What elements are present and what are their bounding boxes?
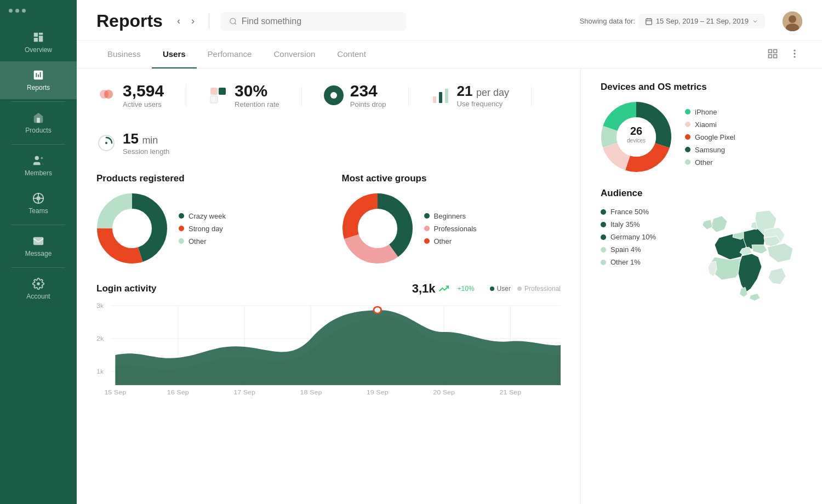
legend-other-devices: Other	[685, 158, 735, 167]
calendar-icon	[645, 18, 653, 25]
charts-row: Products registered Crazy week Strong da…	[96, 173, 561, 264]
stat-active-users: 3,594 Active users	[96, 82, 164, 108]
svg-text:20 Sep: 20 Sep	[433, 389, 455, 396]
legend-france: France 50%	[601, 208, 672, 216]
svg-text:18 Sep: 18 Sep	[300, 389, 322, 396]
svg-rect-33	[445, 89, 448, 103]
account-icon	[32, 278, 44, 290]
sidebar: Overview Reports Products Members	[0, 0, 77, 504]
sidebar-item-teams[interactable]: Teams	[0, 185, 77, 222]
layout-toggle-button[interactable]	[765, 46, 780, 63]
nav-back-button[interactable]: ‹	[174, 13, 184, 29]
products-registered-title: Products registered	[96, 173, 316, 184]
sidebar-divider-3	[12, 225, 65, 225]
sidebar-item-reports[interactable]: Reports	[0, 61, 77, 99]
svg-line-11	[235, 22, 236, 24]
legend-other-groups: Other	[424, 237, 477, 245]
header: Reports ‹ › Showing data for: 15 Sep, 20…	[77, 0, 822, 41]
svg-point-43	[363, 214, 392, 243]
products-registered-chart: Products registered Crazy week Strong da…	[96, 173, 316, 264]
sidebar-item-account[interactable]: Account	[0, 270, 77, 308]
sidebar-item-members[interactable]: Members	[0, 147, 77, 185]
grid-icon	[767, 48, 778, 59]
tab-users[interactable]: Users	[152, 41, 197, 68]
svg-text:19 Sep: 19 Sep	[367, 389, 389, 396]
session-icon	[96, 133, 116, 153]
trend-up-icon	[439, 284, 449, 294]
stat-points-drop-value: 234	[350, 82, 386, 100]
date-range-value: 15 Sep, 2019 – 21 Sep, 2019	[656, 17, 749, 25]
stat-divider-4	[531, 84, 532, 106]
right-panel: Devices and OS metrics	[581, 68, 822, 504]
devices-donut-svg: 26 devices	[601, 101, 672, 173]
stat-session: 15 min Session length	[96, 130, 169, 156]
svg-point-17	[789, 15, 796, 23]
legend-google-pixel: Google Pixel	[685, 133, 735, 141]
more-options-button[interactable]	[787, 46, 802, 63]
date-range-picker[interactable]: 15 Sep, 2019 – 21 Sep, 2019	[638, 14, 765, 28]
stat-divider-3	[408, 84, 409, 106]
legend-xiaomi: Xiaomi	[685, 121, 735, 129]
left-panel: 3,594 Active users 30% Retention rate	[77, 68, 581, 504]
legend-spain: Spain 4%	[601, 245, 672, 254]
search-box[interactable]	[220, 12, 407, 31]
sidebar-item-overview[interactable]: Overview	[0, 24, 77, 61]
search-input[interactable]	[242, 16, 398, 26]
area-chart-svg: 3k 2k 1k	[96, 300, 561, 399]
avatar[interactable]	[783, 12, 802, 31]
svg-text:16 Sep: 16 Sep	[167, 389, 189, 396]
sidebar-label-teams: Teams	[28, 207, 48, 215]
avatar-image	[783, 12, 802, 31]
sidebar-nav: Overview Reports Products Members	[0, 24, 77, 308]
tabs-bar: Business Users Perfomance Conversion Con…	[77, 41, 822, 68]
sidebar-divider-4	[12, 267, 65, 268]
main-content: Reports ‹ › Showing data for: 15 Sep, 20…	[77, 0, 822, 504]
audience-legend: France 50% Italy 35% Germany 10% Spain 4…	[601, 208, 672, 319]
svg-rect-22	[774, 54, 777, 58]
nav-forward-button[interactable]: ›	[188, 13, 198, 29]
svg-rect-12	[646, 19, 652, 25]
sidebar-item-message[interactable]: Message	[0, 227, 77, 265]
products-legend: Crazy week Strong day Other	[179, 212, 226, 245]
tabs: Business Users Perfomance Conversion Con…	[96, 41, 765, 68]
area-chart-container: 3k 2k 1k	[96, 300, 561, 401]
svg-text:21 Sep: 21 Sep	[499, 389, 521, 396]
svg-text:17 Sep: 17 Sep	[233, 389, 255, 396]
svg-rect-21	[769, 54, 772, 58]
audience-section: Audience France 50% Italy 35% Germany 10…	[601, 188, 802, 319]
svg-text:3k: 3k	[96, 302, 104, 310]
teams-icon	[32, 192, 44, 204]
stat-retention: 30% Retention rate	[208, 82, 279, 108]
devices-section: Devices and OS metrics	[601, 82, 802, 173]
legend-beginners: Beginners	[424, 212, 477, 220]
devices-legend: iPhone Xiaomi Google Pixel Samsung Other	[685, 108, 735, 167]
data-label: Showing data for:	[580, 17, 635, 25]
legend-crazy-week: Crazy week	[179, 212, 226, 220]
audience-title: Audience	[601, 188, 802, 199]
devices-title: Devices and OS metrics	[601, 82, 802, 93]
chevron-down-icon	[752, 18, 758, 25]
sidebar-label-account: Account	[26, 293, 50, 300]
svg-point-35	[105, 142, 107, 144]
stat-divider-2	[301, 84, 302, 106]
tab-content[interactable]: Content	[326, 41, 377, 68]
svg-rect-20	[774, 49, 777, 53]
svg-rect-28	[210, 88, 218, 95]
legend-germany: Germany 10%	[601, 233, 672, 241]
members-icon	[32, 154, 44, 167]
legend-iphone: iPhone	[685, 108, 735, 116]
svg-point-1	[41, 157, 43, 159]
tab-conversion[interactable]: Conversion	[262, 41, 326, 68]
retention-icon	[208, 85, 228, 105]
devices-chart: 26 devices iPhone Xiaomi Google Pixel Sa…	[601, 101, 802, 173]
stat-retention-label: Retention rate	[235, 100, 279, 108]
tab-business[interactable]: Business	[96, 41, 152, 68]
products-icon	[32, 112, 44, 124]
sidebar-item-products[interactable]: Products	[0, 104, 77, 142]
login-legend: User Professional	[490, 285, 561, 293]
groups-donut: Beginners Professionals Other	[342, 193, 561, 264]
svg-point-25	[794, 56, 795, 58]
sidebar-label-message: Message	[25, 250, 52, 257]
tab-actions	[765, 46, 802, 63]
tab-performance[interactable]: Perfomance	[197, 41, 263, 68]
